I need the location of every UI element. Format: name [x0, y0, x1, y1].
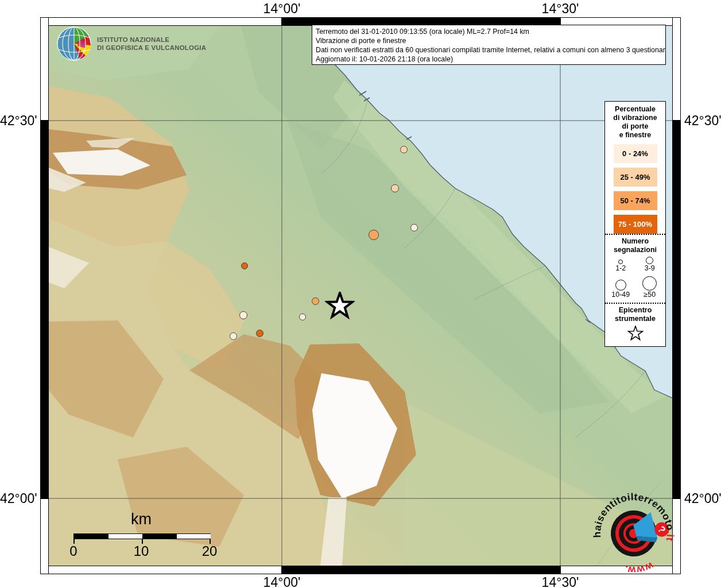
ingv-wordmark: ISTITUTO NAZIONALE DI GEOFISICA E VULCAN…: [97, 36, 206, 52]
count-label-1-2: 1-2: [615, 264, 626, 273]
legend-star-icon: [627, 326, 644, 342]
axis-label-top-right: 14°30': [529, 1, 592, 17]
event-title-line4: Aggiornato il: 10-01-2026 21:18 (ora loc…: [316, 55, 662, 64]
frame-top-white-1: [40, 17, 282, 26]
count-label-50plus: ≥50: [644, 291, 656, 299]
axis-label-left-top: 42°30': [0, 113, 37, 129]
axis-label-bottom-left: 14°00': [250, 575, 313, 588]
event-title-line3: Dati non verificati estratti da 60 quest…: [316, 45, 662, 55]
event-title-line2: Vibrazione di porte e finestre: [316, 36, 662, 45]
scalebar-tick-10: 10: [129, 543, 154, 559]
legend-epicenter-title: Epicentro strumentale: [605, 304, 665, 323]
legend-box: Percentuale di vibrazione di porte e fin…: [604, 101, 666, 347]
watermark-www-text: www.: [621, 556, 656, 580]
scalebar-tick-20: 20: [197, 543, 222, 559]
legend-count-grid: 1-2 3-9 10-49 ≥50: [605, 254, 665, 303]
count-circle-10-49-icon: [615, 280, 626, 291]
map-page: 14°00' 14°30' 14°00' 14°30' 42°30' 42°00…: [0, 0, 721, 588]
epicenter-star: [325, 292, 355, 320]
frame-right-white-1: [672, 17, 681, 121]
count-circle-50plus-icon: [642, 276, 657, 291]
legend-percent-title: Percentuale di vibrazione di porte e fin…: [605, 102, 665, 140]
legend-swatch-0-24: 0 - 24%: [614, 144, 657, 163]
legend-swatch-75-100: 75 - 100%: [614, 215, 657, 234]
axis-label-top-left: 14°00': [250, 1, 313, 17]
count-label-10-49: 10-49: [611, 291, 630, 299]
frame-left-black: [40, 121, 49, 498]
axis-label-right-bottom: 42°00': [684, 491, 721, 506]
legend-count-title: Numero segnalazioni: [605, 235, 665, 254]
scalebar-unit-label: km: [113, 510, 170, 528]
terrain-map: [49, 26, 672, 566]
frame-left-white-1: [40, 17, 49, 121]
count-label-3-9: 3-9: [645, 264, 655, 273]
scalebar: [73, 533, 211, 539]
frame-right-black: [672, 121, 681, 498]
axis-label-right-top: 42°30': [684, 113, 721, 129]
event-title-line1: Terremoto del 31-01-2010 09:13:55 (ora l…: [316, 27, 662, 36]
event-title-box: Terremoto del 31-01-2010 09:13:55 (ora l…: [312, 25, 666, 65]
count-circle-3-9-icon: [646, 257, 653, 264]
frame-bottom-black: [282, 566, 560, 574]
frame-left-white-2: [40, 498, 49, 574]
legend-swatch-50-74: 50 - 74%: [614, 191, 657, 210]
legend-swatch-25-49: 25 - 49%: [614, 168, 657, 187]
ingv-logo: ISTITUTO NAZIONALE DI GEOFISICA E VULCAN…: [56, 26, 206, 61]
frame-bottom-white-1: [40, 566, 282, 574]
axis-label-left-bottom: 42°00': [0, 491, 37, 506]
scalebar-tick-0: 0: [61, 543, 86, 559]
haisentitoilterremoto-logo: ? haisentitoilterremoto.it www.: [584, 484, 683, 583]
axis-label-bottom-right: 14°30': [529, 575, 592, 588]
count-circle-1-2-icon: [618, 260, 623, 264]
ingv-globe-icon: [56, 26, 92, 61]
